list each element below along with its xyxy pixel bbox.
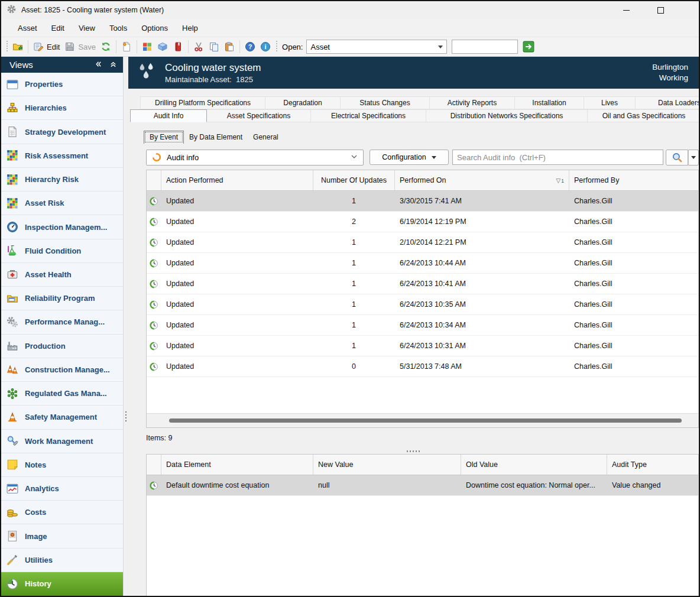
menu-item-view[interactable]: View [72, 21, 102, 35]
tab-electrical-specifications[interactable]: Electrical Specifications [310, 109, 426, 122]
minimize-button[interactable] [617, 4, 635, 17]
col-number-of-updates[interactable]: Number Of Updates [313, 170, 395, 190]
sidebar-item-label: Analytics [25, 484, 59, 493]
table-row[interactable]: Updated12/10/2014 12:21 PMCharles.Gill [147, 232, 698, 253]
save-button[interactable]: Save [62, 39, 98, 54]
send-button[interactable] [155, 39, 170, 54]
paste-button[interactable] [222, 39, 237, 54]
table-splitter[interactable] [128, 448, 699, 454]
clock-pie-icon [7, 578, 18, 590]
sidebar-item-regulated-gas-mana[interactable]: Regulated Gas Mana... [1, 382, 123, 405]
table-row[interactable]: Default downtime cost equationnullDownti… [147, 475, 698, 496]
tab-asset-specifications[interactable]: Asset Specifications [206, 109, 311, 122]
col-new-value[interactable]: New Value [313, 455, 461, 475]
open-folder-button[interactable] [10, 39, 25, 54]
table-row[interactable]: Updated16/24/2013 10:34 AMCharles.Gill [147, 315, 698, 336]
table-row[interactable]: Updated16/24/2013 10:35 AMCharles.Gill [147, 294, 698, 315]
audit-search-input[interactable] [452, 150, 663, 165]
table-row[interactable]: Updated16/24/2013 10:44 AMCharles.Gill [147, 253, 698, 274]
menu-item-options[interactable]: Options [134, 21, 175, 35]
tab-status-changes[interactable]: Status Changes [340, 96, 430, 109]
maximize-button[interactable] [652, 4, 669, 17]
sidebar-item-hierarchy-risk[interactable]: Hierarchy Risk [1, 168, 123, 192]
tab-degradation[interactable]: Degradation [265, 96, 341, 109]
sidebar-item-history[interactable]: History [1, 572, 123, 596]
sidebar-item-reliability-program[interactable]: Reliability Program [1, 287, 123, 310]
tab-audit-info[interactable]: Audit Info [130, 109, 207, 122]
sidebar-item-properties[interactable]: Properties [1, 73, 123, 96]
tab-data-loaders[interactable]: Data Loaders [635, 96, 699, 109]
sidebar-item-strategy-development[interactable]: Strategy Development [1, 120, 123, 144]
info-button[interactable]: i [258, 39, 273, 54]
audit-view-dropdown[interactable]: Audit info [146, 150, 364, 166]
col-data-element[interactable]: Data Element [161, 455, 313, 475]
tab-drilling-platform-specifications[interactable]: Drilling Platform Specifications [140, 96, 265, 109]
collapse-up-icon[interactable] [109, 60, 117, 70]
table-row[interactable]: Updated16/24/2013 10:41 AMCharles.Gill [147, 274, 698, 294]
col-performed-on[interactable]: Performed On▽1 [395, 170, 569, 190]
go-button[interactable] [521, 40, 535, 54]
configuration-button[interactable]: Configuration [370, 150, 449, 165]
help-button[interactable]: ? [242, 39, 258, 54]
col-performed-by[interactable]: Performed By [569, 170, 698, 190]
copy-button[interactable] [206, 39, 222, 54]
sidebar-item-label: Fluid Condition [25, 246, 81, 255]
col-old-value[interactable]: Old Value [461, 455, 607, 475]
sidebar-item-label: Work Management [25, 437, 93, 446]
sidebar-item-analytics[interactable]: Analytics [1, 477, 123, 501]
sidebar-item-image[interactable]: Image [1, 524, 123, 548]
menu-item-help[interactable]: Help [175, 21, 205, 35]
sidebar-item-label: Utilities [25, 556, 53, 564]
splitter-grip[interactable] [125, 411, 127, 423]
cut-button[interactable] [191, 39, 206, 54]
horizontal-scrollbar[interactable] [147, 413, 698, 427]
col-audit-type[interactable]: Audit Type [607, 455, 698, 475]
table-row[interactable]: Updated26/19/2014 12:19 PMCharles.Gill [147, 212, 698, 232]
tab-distribution-networks-specifications[interactable]: Distribution Networks Specifications [426, 109, 588, 122]
sidebar-item-construction-manage[interactable]: Construction Manage... [1, 358, 123, 382]
log-button[interactable] [170, 39, 186, 54]
tab-oil-and-gas-specifications[interactable]: Oil and Gas Specifications [587, 109, 699, 122]
cone-icon [7, 411, 18, 423]
menu-item-tools[interactable]: Tools [102, 21, 134, 35]
sidebar-item-utilities[interactable]: Utilities [1, 549, 123, 572]
table-row[interactable]: Updated05/31/2013 7:48 AMCharles.Gill [147, 356, 698, 377]
col-action-performed[interactable]: Action Performed [161, 170, 313, 190]
sidebar-item-label: Performance Manag... [25, 317, 105, 326]
new-document-button[interactable] [119, 39, 134, 54]
menu-item-edit[interactable]: Edit [44, 21, 72, 35]
sidebar-item-safety-management[interactable]: Safety Management [1, 405, 123, 429]
subtab-general[interactable]: General [248, 131, 284, 144]
search-button[interactable] [666, 150, 688, 166]
collapse-left-icon[interactable] [95, 60, 102, 70]
tab-activity-reports[interactable]: Activity Reports [429, 96, 515, 109]
tab-lives[interactable]: Lives [584, 96, 636, 109]
splitter-grip[interactable] [407, 450, 421, 452]
cell-old-value: Downtime cost equation: Normal oper... [461, 475, 607, 495]
search-options-button[interactable] [688, 150, 699, 166]
sidebar-item-risk-assessment[interactable]: Risk Assessment [1, 144, 123, 168]
sidebar-item-production[interactable]: Production [1, 335, 123, 358]
subtab-by-data-element[interactable]: By Data Element [184, 131, 248, 144]
scrollbar-thumb[interactable] [169, 418, 682, 423]
sidebar-item-performance-manag[interactable]: Performance Manag... [1, 310, 123, 334]
windows-app-button[interactable] [140, 39, 155, 54]
sidebar-item-hierarchies[interactable]: Hierarchies [1, 96, 123, 120]
sidebar-item-fluid-condition[interactable]: Fluid Condition [1, 239, 123, 263]
sidebar-splitter[interactable] [124, 57, 128, 596]
tab-installation[interactable]: Installation [514, 96, 584, 109]
open-search-input[interactable] [452, 40, 518, 54]
subtab-by-event[interactable]: By Event [144, 131, 184, 144]
sidebar-item-inspection-managem[interactable]: Inspection Managem... [1, 215, 123, 239]
sidebar-item-work-management[interactable]: Work Management [1, 430, 123, 453]
sidebar-item-asset-health[interactable]: Asset Health [1, 263, 123, 287]
sidebar-item-costs[interactable]: Costs [1, 501, 123, 524]
edit-button[interactable]: Edit [31, 39, 62, 54]
sidebar-item-asset-risk[interactable]: Asset Risk [1, 192, 123, 215]
table-row[interactable]: Updated13/30/2015 7:41 AMCharles.Gill [147, 191, 698, 212]
sidebar-item-notes[interactable]: Notes [1, 453, 123, 477]
menu-item-asset[interactable]: Asset [11, 21, 44, 35]
open-type-combobox[interactable]: Asset [306, 40, 447, 54]
table-row[interactable]: Updated16/24/2013 10:31 AMCharles.Gill [147, 336, 698, 356]
refresh-button[interactable] [98, 39, 114, 54]
